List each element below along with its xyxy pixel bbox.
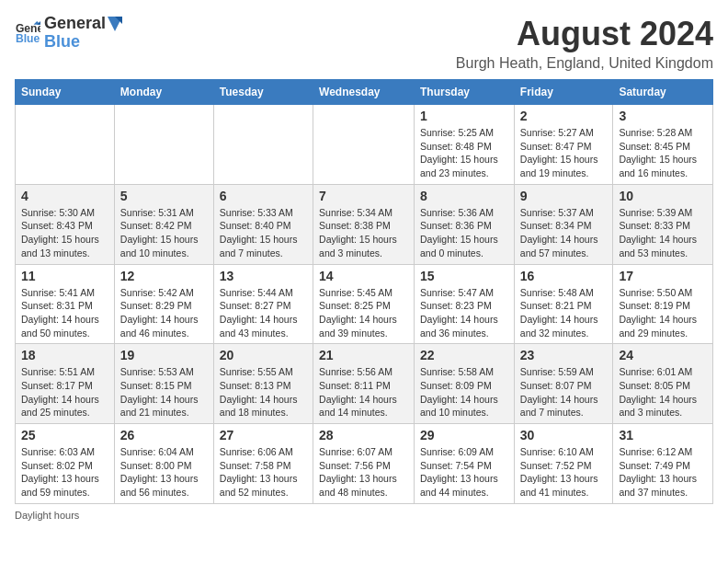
- day-info: Sunrise: 5:55 AMSunset: 8:13 PMDaylight:…: [220, 365, 307, 419]
- day-info: Sunrise: 5:27 AMSunset: 8:47 PMDaylight:…: [520, 126, 608, 180]
- day-info: Sunrise: 5:50 AMSunset: 8:19 PMDaylight:…: [619, 286, 707, 340]
- calendar-cell: [313, 105, 415, 185]
- day-info: Sunrise: 6:10 AMSunset: 7:52 PMDaylight:…: [520, 445, 608, 500]
- week-row-1: 1Sunrise: 5:25 AMSunset: 8:48 PMDaylight…: [16, 105, 713, 185]
- calendar-cell: 1Sunrise: 5:25 AMSunset: 8:48 PMDaylight…: [415, 105, 515, 185]
- day-info: Sunrise: 5:25 AMSunset: 8:48 PMDaylight:…: [420, 126, 508, 180]
- day-number: 3: [619, 109, 707, 123]
- day-info: Sunrise: 5:39 AMSunset: 8:33 PMDaylight:…: [619, 206, 707, 260]
- day-number: 12: [120, 269, 208, 283]
- day-info: Sunrise: 5:42 AMSunset: 8:29 PMDaylight:…: [120, 286, 208, 340]
- calendar-cell: 19Sunrise: 5:53 AMSunset: 8:15 PMDayligh…: [114, 344, 213, 424]
- week-row-3: 11Sunrise: 5:41 AMSunset: 8:31 PMDayligh…: [16, 264, 713, 344]
- day-number: 2: [520, 109, 608, 123]
- calendar-cell: 24Sunrise: 6:01 AMSunset: 8:05 PMDayligh…: [613, 344, 713, 424]
- day-info: Sunrise: 6:06 AMSunset: 7:58 PMDaylight:…: [220, 445, 307, 500]
- day-number: 18: [21, 348, 108, 362]
- logo: General Blue General Blue: [15, 15, 122, 52]
- calendar-cell: 14Sunrise: 5:45 AMSunset: 8:25 PMDayligh…: [313, 264, 415, 344]
- day-number: 25: [21, 428, 108, 442]
- column-header-wednesday: Wednesday: [313, 80, 415, 105]
- calendar-table: SundayMondayTuesdayWednesdayThursdayFrid…: [15, 79, 713, 504]
- footer-text: Daylight hours: [15, 510, 79, 521]
- day-info: Sunrise: 5:36 AMSunset: 8:36 PMDaylight:…: [420, 206, 508, 260]
- calendar-cell: 21Sunrise: 5:56 AMSunset: 8:11 PMDayligh…: [313, 344, 415, 424]
- logo-icon: General Blue: [15, 20, 40, 46]
- day-number: 9: [520, 189, 608, 203]
- calendar-cell: 13Sunrise: 5:44 AMSunset: 8:27 PMDayligh…: [213, 264, 313, 344]
- day-number: 5: [120, 189, 208, 203]
- calendar-cell: [16, 105, 115, 185]
- calendar-cell: 17Sunrise: 5:50 AMSunset: 8:19 PMDayligh…: [613, 264, 713, 344]
- day-number: 15: [420, 269, 508, 283]
- day-number: 22: [420, 348, 508, 362]
- calendar-cell: 4Sunrise: 5:30 AMSunset: 8:43 PMDaylight…: [16, 184, 115, 264]
- day-info: Sunrise: 6:07 AMSunset: 7:56 PMDaylight:…: [319, 445, 408, 500]
- day-number: 1: [420, 109, 508, 123]
- calendar-cell: [213, 105, 313, 185]
- calendar-cell: 2Sunrise: 5:27 AMSunset: 8:47 PMDaylight…: [514, 105, 613, 185]
- day-number: 26: [120, 428, 208, 442]
- day-number: 4: [21, 189, 108, 203]
- day-info: Sunrise: 5:37 AMSunset: 8:34 PMDaylight:…: [520, 206, 608, 260]
- day-number: 14: [319, 269, 408, 283]
- day-info: Sunrise: 5:28 AMSunset: 8:45 PMDaylight:…: [619, 126, 707, 180]
- day-number: 11: [21, 269, 108, 283]
- column-header-sunday: Sunday: [16, 80, 115, 105]
- day-info: Sunrise: 6:01 AMSunset: 8:05 PMDaylight:…: [619, 365, 707, 419]
- title-area: August 2024 Burgh Heath, England, United…: [456, 15, 713, 72]
- column-header-thursday: Thursday: [415, 80, 515, 105]
- calendar-cell: 26Sunrise: 6:04 AMSunset: 8:00 PMDayligh…: [114, 424, 213, 504]
- day-number: 6: [220, 189, 307, 203]
- day-info: Sunrise: 6:04 AMSunset: 8:00 PMDaylight:…: [120, 445, 208, 500]
- logo-blue: Blue: [44, 33, 122, 52]
- calendar-cell: 15Sunrise: 5:47 AMSunset: 8:23 PMDayligh…: [415, 264, 515, 344]
- day-number: 21: [319, 348, 408, 362]
- calendar-cell: 28Sunrise: 6:07 AMSunset: 7:56 PMDayligh…: [313, 424, 415, 504]
- header: General Blue General Blue August 2024 Bu…: [15, 15, 713, 72]
- day-info: Sunrise: 5:53 AMSunset: 8:15 PMDaylight:…: [120, 365, 208, 419]
- column-header-tuesday: Tuesday: [213, 80, 313, 105]
- calendar-cell: 8Sunrise: 5:36 AMSunset: 8:36 PMDaylight…: [415, 184, 515, 264]
- day-info: Sunrise: 6:03 AMSunset: 8:02 PMDaylight:…: [21, 445, 108, 500]
- column-header-saturday: Saturday: [613, 80, 713, 105]
- day-info: Sunrise: 6:09 AMSunset: 7:54 PMDaylight:…: [420, 445, 508, 500]
- calendar-cell: 18Sunrise: 5:51 AMSunset: 8:17 PMDayligh…: [16, 344, 115, 424]
- day-number: 19: [120, 348, 208, 362]
- week-row-4: 18Sunrise: 5:51 AMSunset: 8:17 PMDayligh…: [16, 344, 713, 424]
- day-info: Sunrise: 5:45 AMSunset: 8:25 PMDaylight:…: [319, 286, 408, 340]
- calendar-cell: 27Sunrise: 6:06 AMSunset: 7:58 PMDayligh…: [213, 424, 313, 504]
- day-number: 7: [319, 189, 408, 203]
- day-info: Sunrise: 5:48 AMSunset: 8:21 PMDaylight:…: [520, 286, 608, 340]
- day-number: 27: [220, 428, 307, 442]
- calendar-cell: 16Sunrise: 5:48 AMSunset: 8:21 PMDayligh…: [514, 264, 613, 344]
- calendar-cell: 31Sunrise: 6:12 AMSunset: 7:49 PMDayligh…: [613, 424, 713, 504]
- calendar-cell: 25Sunrise: 6:03 AMSunset: 8:02 PMDayligh…: [16, 424, 115, 504]
- calendar-cell: 22Sunrise: 5:58 AMSunset: 8:09 PMDayligh…: [415, 344, 515, 424]
- week-row-2: 4Sunrise: 5:30 AMSunset: 8:43 PMDaylight…: [16, 184, 713, 264]
- header-row: SundayMondayTuesdayWednesdayThursdayFrid…: [16, 80, 713, 105]
- week-row-5: 25Sunrise: 6:03 AMSunset: 8:02 PMDayligh…: [16, 424, 713, 504]
- day-info: Sunrise: 5:30 AMSunset: 8:43 PMDaylight:…: [21, 206, 108, 260]
- day-info: Sunrise: 5:59 AMSunset: 8:07 PMDaylight:…: [520, 365, 608, 419]
- calendar-cell: 7Sunrise: 5:34 AMSunset: 8:38 PMDaylight…: [313, 184, 415, 264]
- day-info: Sunrise: 5:31 AMSunset: 8:42 PMDaylight:…: [120, 206, 208, 260]
- day-number: 17: [619, 269, 707, 283]
- calendar-cell: 9Sunrise: 5:37 AMSunset: 8:34 PMDaylight…: [514, 184, 613, 264]
- footer-note: Daylight hours: [15, 510, 713, 521]
- day-info: Sunrise: 5:58 AMSunset: 8:09 PMDaylight:…: [420, 365, 508, 419]
- svg-text:Blue: Blue: [16, 32, 40, 45]
- calendar-cell: 6Sunrise: 5:33 AMSunset: 8:40 PMDaylight…: [213, 184, 313, 264]
- calendar-cell: 10Sunrise: 5:39 AMSunset: 8:33 PMDayligh…: [613, 184, 713, 264]
- day-number: 8: [420, 189, 508, 203]
- day-info: Sunrise: 5:41 AMSunset: 8:31 PMDaylight:…: [21, 286, 108, 340]
- calendar-cell: 5Sunrise: 5:31 AMSunset: 8:42 PMDaylight…: [114, 184, 213, 264]
- day-info: Sunrise: 5:33 AMSunset: 8:40 PMDaylight:…: [220, 206, 307, 260]
- calendar-cell: 29Sunrise: 6:09 AMSunset: 7:54 PMDayligh…: [415, 424, 515, 504]
- day-info: Sunrise: 5:56 AMSunset: 8:11 PMDaylight:…: [319, 365, 408, 419]
- day-number: 31: [619, 428, 707, 442]
- day-number: 28: [319, 428, 408, 442]
- column-header-friday: Friday: [514, 80, 613, 105]
- day-number: 16: [520, 269, 608, 283]
- day-number: 10: [619, 189, 707, 203]
